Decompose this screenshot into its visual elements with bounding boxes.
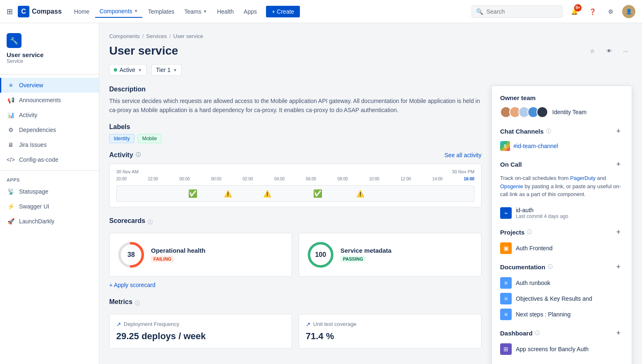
projects-info-icon[interactable]: ⓘ: [527, 229, 532, 236]
label-mobile[interactable]: Mobile: [138, 134, 161, 143]
opsgenie-link[interactable]: Opsgenie: [500, 183, 523, 189]
nav-health[interactable]: Health: [213, 6, 238, 17]
metrics-title: Metrics: [109, 298, 132, 306]
breadcrumb-services[interactable]: Services: [146, 33, 167, 39]
nav-components[interactable]: Components ▼: [95, 5, 142, 18]
page-header: User service ☆ 👁 ···: [109, 44, 632, 57]
dashboard-item: ⊞ App screens for Bancly Auth: [500, 343, 623, 355]
time-label-0000b: 00:00: [211, 177, 221, 181]
sidebar-item-swagger[interactable]: ⚡ Swagger UI: [0, 199, 99, 214]
dashboard-label[interactable]: App screens for Bancly Auth: [516, 346, 589, 352]
time-label-2200: 22:00: [148, 177, 158, 181]
search-input[interactable]: [486, 8, 558, 15]
doc-label-3[interactable]: Next steps : Planning: [516, 311, 570, 318]
metric-deploy-value: 29.25 deploys / week: [116, 331, 285, 342]
project-item: ▣ Auth Frontend: [500, 242, 623, 254]
nav-home[interactable]: Home: [70, 6, 93, 17]
sidebar-item-jira[interactable]: 🖥 Jira Issues: [0, 137, 99, 152]
side-panel-area: Owner team Identity Team: [491, 86, 632, 364]
dashboard-section-header: Dashboard ⓘ +: [500, 328, 623, 338]
activity-info-icon[interactable]: ⓘ: [136, 151, 141, 158]
owner-team-row: Identity Team: [500, 106, 623, 118]
labels-section: Labels Identity Mobile: [109, 123, 481, 143]
metric-coverage: ↗ Unit test coverage 71.4 %: [299, 314, 481, 349]
doc-label-2[interactable]: Objectives & Key Results and: [516, 295, 592, 302]
watch-button[interactable]: 👁: [602, 44, 616, 57]
add-project-button[interactable]: +: [613, 228, 623, 237]
notification-badge: 9+: [574, 4, 582, 12]
sidebar-item-announcements[interactable]: 📢 Announcements: [0, 93, 99, 108]
score-gauge-pass: 100: [307, 242, 334, 268]
sidebar-item-activity[interactable]: 📊 Activity: [0, 108, 99, 122]
grid-icon[interactable]: ⊞: [7, 7, 13, 16]
scorecards-info-icon[interactable]: ⓘ: [148, 219, 153, 226]
label-identity[interactable]: Identity: [109, 134, 134, 143]
chevron-down-icon: ▼: [173, 68, 177, 72]
logo[interactable]: C Compass: [18, 6, 62, 17]
sidebar-item-label: Jira Issues: [19, 141, 47, 148]
star-button[interactable]: ☆: [586, 44, 599, 57]
nav-items: Home Components ▼ Templates Teams ▼ Heal…: [70, 5, 468, 18]
nav-apps[interactable]: Apps: [240, 6, 261, 17]
apps-section-label: APPS: [0, 174, 99, 184]
time-label-1200: 12:00: [401, 177, 411, 181]
time-label-0600: 06:00: [306, 177, 316, 181]
tier-dropdown[interactable]: Tier 1 ▼: [151, 64, 182, 76]
status-label: Active: [120, 67, 135, 73]
add-doc-button[interactable]: +: [613, 262, 623, 272]
sidebar-item-statuspage[interactable]: 📡 Statuspage: [0, 184, 99, 199]
jira-icon: 🖥: [7, 141, 15, 149]
status-dropdown[interactable]: Active ▼: [109, 64, 146, 76]
metrics-grid: ↗ Deployment Frequency 29.25 deploys / w…: [109, 314, 481, 349]
coverage-trend-icon: ↗: [306, 321, 311, 328]
chat-info-icon[interactable]: ⓘ: [546, 128, 551, 135]
owner-avatar-5: [537, 106, 548, 118]
settings-button[interactable]: ⚙: [604, 5, 617, 18]
tier-label: Tier 1: [156, 67, 170, 73]
oncall-section: On Call + Track on-call schedules from P…: [500, 159, 623, 199]
repo-label[interactable]: id-auth: [516, 207, 568, 213]
content-grid: Description This service decides which r…: [109, 86, 632, 364]
sidebar-item-launchdarkly[interactable]: 🚀 LaunchDarkly: [0, 214, 99, 229]
activity-title: Activity ⓘ: [109, 151, 141, 159]
docs-section-header: Documentation ⓘ +: [500, 262, 623, 272]
doc-label-1[interactable]: Auth runbook: [516, 280, 550, 286]
add-oncall-button[interactable]: +: [613, 159, 623, 169]
sidebar-item-config[interactable]: </> Config-as-code: [0, 152, 99, 167]
metrics-info-icon[interactable]: ⓘ: [135, 300, 140, 307]
pagerduty-link[interactable]: PagerDuty: [570, 175, 595, 181]
add-chat-button[interactable]: +: [613, 126, 623, 136]
sidebar-item-overview[interactable]: ≡ Overview: [0, 78, 99, 93]
scorecard-name-metadata: Service metadata: [340, 247, 391, 254]
side-panel: Owner team Identity Team: [491, 86, 632, 364]
metric-deployment: ↗ Deployment Frequency 29.25 deploys / w…: [109, 314, 292, 349]
repo-section: ⌁ id-auth Last commit 4 days ago: [500, 207, 623, 219]
chevron-down-icon: ▼: [138, 68, 142, 72]
see-all-activity[interactable]: See all activity: [445, 152, 481, 158]
nav-teams[interactable]: Teams ▼: [180, 6, 211, 17]
oncall-title: On Call: [500, 161, 522, 168]
chevron-down-icon: ▼: [203, 9, 207, 14]
doc-item-3: ≡ Next steps : Planning: [500, 309, 623, 320]
event-warn-3: ⚠️: [356, 189, 364, 197]
metric-coverage-value: 71.4 %: [306, 331, 474, 342]
repo-icon: ⌁: [500, 207, 512, 219]
breadcrumb-components[interactable]: Components: [109, 33, 140, 39]
create-button[interactable]: + Create: [266, 6, 300, 17]
owner-name[interactable]: Identity Team: [552, 109, 587, 115]
component-type: Service: [7, 58, 92, 64]
more-button[interactable]: ···: [619, 44, 632, 57]
apply-scorecard-button[interactable]: + Apply scorecard: [109, 282, 481, 288]
project-name[interactable]: Auth Frontend: [516, 245, 553, 251]
channel-name[interactable]: #id-team-channel: [513, 143, 558, 149]
user-avatar[interactable]: 👤: [622, 5, 635, 18]
add-dashboard-button[interactable]: +: [613, 328, 623, 338]
sidebar-item-dependencies[interactable]: ⚙ Dependencies: [0, 122, 99, 137]
dashboard-info-icon[interactable]: ⓘ: [535, 330, 540, 337]
metric-coverage-header: ↗ Unit test coverage: [306, 321, 474, 328]
notifications-button[interactable]: 🔔 9+: [568, 5, 581, 18]
search-box[interactable]: 🔍: [472, 5, 563, 18]
nav-templates[interactable]: Templates: [144, 6, 179, 17]
help-button[interactable]: ❓: [586, 5, 599, 18]
docs-info-icon[interactable]: ⓘ: [548, 263, 553, 271]
